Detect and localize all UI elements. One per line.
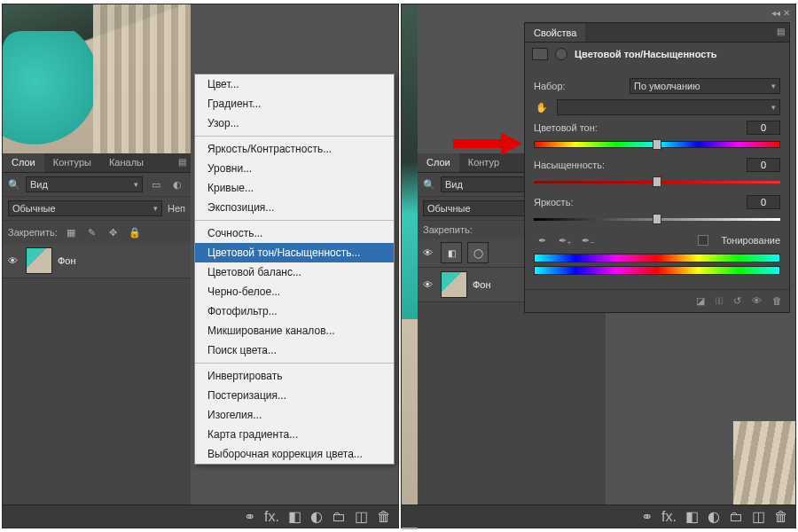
mask-thumbnail[interactable]: ◯ — [467, 242, 489, 263]
tab-layers[interactable]: Слои — [3, 153, 44, 172]
tab-properties[interactable]: Свойства — [525, 24, 585, 42]
menu-vibrance[interactable]: Сочность... — [195, 223, 394, 243]
properties-bottom-bar: ◪ 👁⃒ ↺ 👁 🗑 — [525, 289, 789, 312]
eyedropper-plus-icon[interactable]: ✒₊ — [557, 232, 573, 248]
adjustment-context-menu: Цвет... Градиент... Узор... Яркость/Конт… — [194, 74, 395, 465]
view-previous-icon[interactable]: 👁⃒ — [716, 295, 723, 307]
lock-pixels-icon[interactable]: ▦ — [63, 224, 79, 240]
menu-separator — [195, 136, 394, 137]
adjustment-title-label: Цветовой тон/Насыщенность — [575, 49, 717, 59]
channel-dropdown[interactable] — [557, 99, 780, 115]
trash-icon[interactable]: 🗑 — [377, 509, 391, 525]
menu-posterize[interactable]: Постеризация... — [195, 386, 394, 405]
fx-icon[interactable]: fx. — [661, 509, 677, 525]
lightness-value[interactable]: 0 — [747, 195, 780, 209]
menu-levels[interactable]: Уровни... — [195, 159, 394, 178]
lightness-slider[interactable] — [534, 215, 780, 223]
menu-threshold[interactable]: Изогелия... — [195, 405, 394, 425]
menu-black-white[interactable]: Черно-белое... — [195, 282, 394, 301]
color-range-bar-top — [534, 254, 780, 262]
folder-icon[interactable]: 🗀 — [332, 509, 346, 525]
reset-icon[interactable]: ↺ — [733, 295, 741, 307]
layers-bottom-bar: ⚭ fx. ◧ ◐ 🗀 ◫ 🗑 — [3, 505, 398, 528]
panel-collapse-controls[interactable]: ◂◂ ✕ — [524, 8, 790, 20]
layer-filter-dropdown[interactable]: Вид — [26, 176, 143, 192]
menu-channel-mixer[interactable]: Микширование каналов... — [195, 321, 394, 340]
tab-paths[interactable]: Контур — [459, 153, 508, 172]
menu-curves[interactable]: Кривые... — [195, 178, 394, 198]
link-layers-icon[interactable]: ⚭ — [244, 508, 255, 525]
eyedropper-minus-icon[interactable]: ✒₋ — [580, 232, 596, 248]
menu-hue-saturation[interactable]: Цветовой тон/Насыщенность... — [195, 243, 394, 262]
annotation-arrow — [453, 134, 524, 152]
adjustment-icon[interactable]: ◐ — [310, 508, 323, 525]
visibility-icon[interactable]: 👁 — [423, 279, 435, 290]
layer-thumbnail[interactable] — [441, 271, 467, 298]
hue-slider[interactable] — [534, 140, 780, 149]
tab-layers[interactable]: Слои — [418, 153, 459, 172]
adjustment-title: Цветовой тон/Насыщенность — [525, 43, 789, 66]
mask-icon — [555, 48, 567, 60]
menu-invert[interactable]: Инвертировать — [195, 366, 394, 386]
menu-separator — [195, 220, 394, 221]
layer-row-background[interactable]: 👁 Фон — [3, 244, 191, 278]
color-range-bar-bottom — [534, 266, 780, 275]
lock-brush-icon[interactable]: ✎ — [84, 224, 100, 240]
lock-label: Закрепить: — [423, 224, 473, 235]
hue-label: Цветовой тон: — [534, 122, 622, 133]
panel-tabs: Слои Контуры Каналы ▤ — [3, 153, 191, 173]
preset-dropdown[interactable]: По умолчанию — [630, 78, 780, 94]
target-adjust-icon[interactable]: ✋ — [534, 99, 550, 115]
tab-channels[interactable]: Каналы — [100, 153, 153, 172]
menu-selective-color[interactable]: Выборочная коррекция цвета... — [195, 444, 394, 464]
clip-to-layer-icon[interactable]: ◪ — [696, 295, 705, 307]
visibility-icon[interactable]: 👁 — [423, 247, 435, 258]
mask-icon[interactable]: ◧ — [685, 508, 699, 525]
menu-solid-color[interactable]: Цвет... — [195, 74, 394, 94]
menu-brightness[interactable]: Яркость/Контрастность... — [195, 139, 394, 159]
tab-paths[interactable]: Контуры — [44, 153, 100, 172]
menu-exposure[interactable]: Экспозиция... — [195, 198, 394, 217]
blend-mode-dropdown[interactable]: Обычные — [8, 200, 162, 216]
visibility-icon[interactable]: 👁 — [8, 255, 20, 266]
menu-gradient[interactable]: Градиент... — [195, 94, 394, 113]
lock-label: Закрепить: — [8, 227, 58, 238]
panel-menu-icon[interactable]: ▤ — [178, 157, 187, 167]
menu-pattern[interactable]: Узор... — [195, 113, 394, 133]
properties-panel: Свойства ▤ Цветовой тон/Насыщенность Наб… — [524, 22, 790, 313]
new-layer-icon[interactable]: ◫ — [355, 508, 368, 525]
layer-thumbnail[interactable] — [26, 247, 52, 274]
search-icon: 🔍 — [8, 179, 20, 191]
colorize-checkbox[interactable] — [698, 235, 708, 246]
trash-icon[interactable]: 🗑 — [774, 509, 788, 525]
menu-color-lookup[interactable]: Поиск цвета... — [195, 340, 394, 360]
saturation-value[interactable]: 0 — [747, 158, 780, 172]
image-region — [93, 4, 191, 153]
layers-panel: Слои Контуры Каналы ▤ 🔍 Вид ▭ ◐ Обычные … — [3, 153, 191, 519]
lock-move-icon[interactable]: ✥ — [106, 224, 121, 240]
lock-all-icon[interactable]: 🔒 — [127, 224, 143, 240]
new-layer-icon[interactable]: ◫ — [752, 508, 765, 525]
folder-icon[interactable]: 🗀 — [729, 509, 743, 525]
link-layers-icon[interactable]: ⚭ — [641, 508, 653, 525]
hue-value[interactable]: 0 — [747, 121, 780, 135]
menu-photo-filter[interactable]: Фотофильтр... — [195, 301, 394, 321]
adjustment-type-icon — [532, 48, 548, 60]
saturation-slider[interactable] — [534, 177, 780, 186]
fx-icon[interactable]: fx. — [264, 509, 279, 525]
layer-name-label: Фон — [473, 279, 491, 290]
menu-gradient-map[interactable]: Карта градиента... — [195, 425, 394, 444]
filter-adjust-icon[interactable]: ◐ — [169, 176, 185, 192]
eyedropper-icon[interactable]: ✒ — [534, 232, 550, 248]
colorize-label: Тонирование — [721, 235, 780, 246]
canvas-preview — [402, 4, 418, 529]
menu-color-balance[interactable]: Цветовой баланс... — [195, 262, 394, 282]
toggle-visibility-icon[interactable]: 👁 — [752, 295, 762, 307]
delete-adjustment-icon[interactable]: 🗑 — [772, 295, 782, 307]
adjustment-thumbnail[interactable]: ◧ — [441, 242, 462, 263]
layers-bottom-bar: ⚭ fx. ◧ ◐ 🗀 ◫ 🗑 — [402, 505, 795, 528]
panel-menu-icon[interactable]: ▤ — [777, 27, 786, 36]
mask-icon[interactable]: ◧ — [288, 508, 301, 525]
adjustment-icon[interactable]: ◐ — [708, 508, 720, 525]
filter-image-icon[interactable]: ▭ — [148, 176, 164, 192]
